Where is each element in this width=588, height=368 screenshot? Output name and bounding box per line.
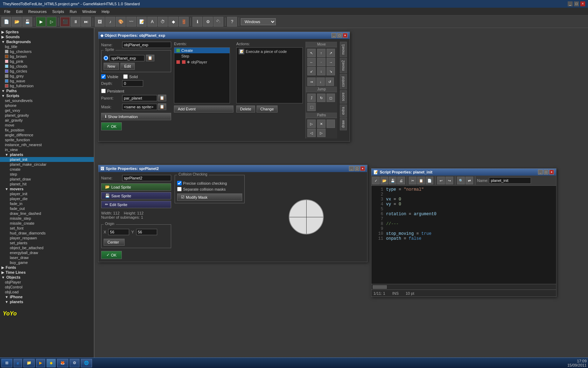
add-room-btn[interactable]: 🚪 [179, 17, 189, 27]
sidebar-bg-checkers[interactable]: bg_checkers [0, 49, 94, 54]
depth-input[interactable] [122, 80, 143, 87]
move-btn-8[interactable]: ↓ [317, 67, 326, 75]
sidebar-energyball-draw[interactable]: energyball_draw [0, 250, 94, 255]
center-btn[interactable]: Center [104, 239, 125, 246]
precise-checkbox[interactable] [177, 181, 182, 185]
path-btn-4[interactable]: ◁ [307, 129, 316, 137]
jump-btn-4[interactable]: ⬚ [307, 103, 316, 111]
script-name-input[interactable] [489, 177, 531, 184]
sidebar-bg-pink[interactable]: bg_pink [0, 59, 94, 64]
script-undo-btn[interactable]: ↩ [437, 177, 445, 184]
move-btn-7[interactable]: ↙ [307, 67, 316, 75]
gravity-btn[interactable]: ↓ [316, 77, 325, 86]
add-event-btn[interactable]: Add Event [174, 105, 233, 113]
vtab-control[interactable]: control [340, 74, 347, 89]
path-btn-3[interactable] [327, 120, 335, 128]
visible-checkbox[interactable] [101, 74, 106, 79]
persistent-checkbox[interactable] [101, 89, 106, 93]
maximize-btn[interactable]: □ [574, 1, 579, 6]
obj-name-input[interactable] [122, 42, 171, 48]
parent-browse-btn[interactable]: 📋 [158, 95, 166, 101]
ext-btn[interactable]: 🔌 [214, 17, 223, 27]
sidebar-instance-nth[interactable]: instance_nth_nearest [0, 142, 94, 147]
taskbar-settings[interactable]: ⚙ [70, 359, 79, 367]
save-sprite-btn[interactable]: 💾 Save Sprite [101, 192, 171, 199]
add-bg-btn[interactable]: 🎨 [116, 17, 126, 27]
move-btn-9[interactable]: ↘ [327, 67, 335, 75]
sidebar-planet-gravity[interactable]: planet_gravity [0, 113, 94, 118]
sidebar-item-sounds[interactable]: ▶ Sounds [0, 34, 94, 39]
sprite-close-btn[interactable]: × [360, 166, 365, 171]
solid-checkbox[interactable] [123, 74, 128, 79]
load-sprite-btn[interactable]: 📂 Load Sprite [101, 183, 171, 191]
sidebar-fade-in[interactable]: fade_in [0, 201, 94, 206]
show-info-btn[interactable]: ℹ Show Information [101, 113, 171, 120]
sidebar-hud-draw[interactable]: hud_draw_diamonds [0, 231, 94, 236]
script-paste-btn[interactable]: 📄 [426, 177, 433, 184]
sidebar-item-scripts[interactable]: ▼ Scripts [0, 93, 94, 98]
taskbar-firefox[interactable]: 🦊 [57, 359, 68, 367]
sidebar-bg-title[interactable]: bg_title [0, 44, 94, 49]
sidebar-planet-draw[interactable]: planet_draw [0, 177, 94, 182]
menu-file[interactable]: File [1, 9, 13, 14]
sidebar-bg-grey[interactable]: bg_grey [0, 74, 94, 79]
script-open-btn[interactable]: 📂 [380, 177, 388, 184]
obj-max-btn[interactable]: □ [337, 33, 342, 38]
sidebar-item-backgrounds[interactable]: ▼ Backgrounds [0, 39, 94, 44]
vtab-move2[interactable]: move2 [340, 58, 347, 73]
sidebar-planets-group[interactable]: ▼ planets [0, 152, 94, 157]
sidebar-bg-circles[interactable]: bg_circles [0, 69, 94, 74]
separate-checkbox[interactable] [177, 187, 182, 191]
game-info-btn[interactable]: ℹ [192, 17, 202, 27]
path-btn-5[interactable]: ▷ [317, 129, 326, 137]
jump-btn-1[interactable]: ⤴ [307, 94, 316, 102]
speed-btn[interactable]: ⇒ [307, 77, 316, 86]
taskbar-app[interactable]: 🌐 [81, 359, 92, 367]
sidebar-fade-out[interactable]: fade_out [0, 206, 94, 211]
sprite-max-btn[interactable]: □ [355, 166, 359, 171]
sidebar-draw-line-dashed[interactable]: draw_line_dashed [0, 211, 94, 216]
move-btn-1[interactable]: ↖ [307, 49, 316, 57]
sidebar-missile-create[interactable]: missile_create [0, 221, 94, 226]
taskbar-ie[interactable]: e [14, 359, 22, 367]
sidebar-iphone[interactable]: iphone [0, 103, 94, 108]
parent-input[interactable] [122, 95, 157, 101]
script-close-btn[interactable]: × [549, 170, 554, 175]
script-window-controls[interactable]: _ □ × [538, 170, 554, 175]
sidebar-set-soundlevels[interactable]: set_soundlevels [0, 98, 94, 103]
event-create[interactable]: Create [174, 48, 230, 53]
sprite-window-controls[interactable]: _ □ × [349, 166, 365, 171]
pause-btn[interactable]: ⏸ [71, 17, 80, 27]
mask-browse-btn[interactable]: 📋 [158, 103, 166, 110]
vtab-extra[interactable]: extra [340, 104, 347, 117]
sidebar-air-gravity[interactable]: air_gravity [0, 118, 94, 123]
sidebar-obj-control[interactable]: objControl [0, 285, 94, 289]
sidebar-player-die[interactable]: player_die [0, 196, 94, 201]
move-btn-2[interactable]: ↑ [317, 49, 326, 57]
sidebar-step[interactable]: step [0, 172, 94, 177]
add-script-btn[interactable]: 📝 [137, 17, 147, 27]
script-cut-btn[interactable]: ✂ [409, 177, 416, 184]
taskbar-explorer[interactable]: 📁 [23, 359, 35, 367]
move-btn-4[interactable]: ← [307, 58, 316, 66]
add-object-btn[interactable]: ◆ [168, 17, 178, 27]
run-btn[interactable]: ▶ [36, 17, 46, 27]
sidebar-player-respawn[interactable]: player_respawn [0, 236, 94, 240]
vtab-draw[interactable]: draw [340, 118, 347, 130]
jump-btn-2[interactable]: ↻ [317, 94, 326, 102]
sidebar-movers-group[interactable]: ▼ movers [0, 186, 94, 191]
sidebar-planet-make-circular[interactable]: planet_make_circular [0, 162, 94, 167]
event-objplayer[interactable]: ◆ objPlayer [174, 59, 230, 65]
sidebar-obj-load[interactable]: objLoad [0, 289, 94, 294]
path-btn-1[interactable]: ▷ [307, 120, 316, 128]
obj-min-btn[interactable]: _ [331, 33, 336, 38]
sidebar-create[interactable]: create [0, 167, 94, 172]
sidebar-sprite-function[interactable]: sprite_function [0, 137, 94, 142]
hscroll-thumb[interactable] [373, 285, 387, 289]
sidebar-bg-fullversion[interactable]: bg_fullversion [0, 83, 94, 88]
add-sprite-btn[interactable]: 🖼 [95, 17, 105, 27]
modify-mask-btn[interactable]: ☑ Modify Mask [177, 193, 242, 201]
open-project-btn[interactable]: 📂 [12, 17, 22, 27]
obj-ok-btn[interactable]: ✓ OK [101, 122, 122, 130]
add-sound-btn[interactable]: ♪ [105, 17, 115, 27]
